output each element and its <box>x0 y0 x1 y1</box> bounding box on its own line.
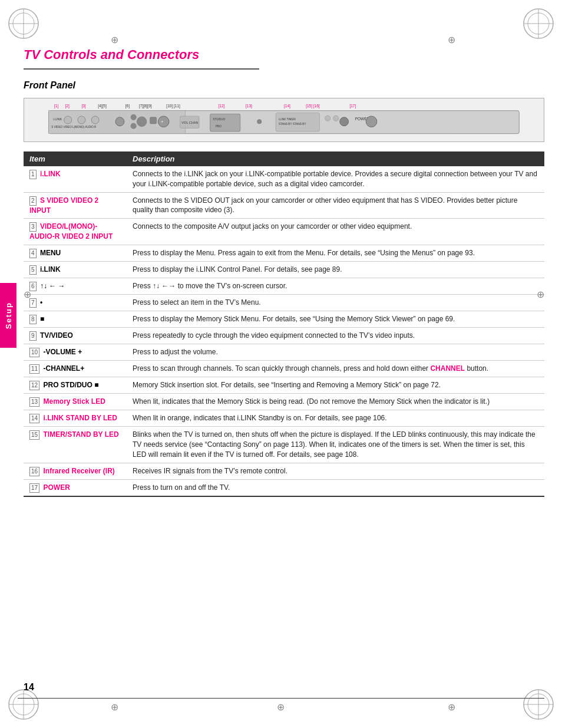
item-name: i.LINK <box>40 265 61 274</box>
table-row: 8 ■Press to display the Memory Stick Men… <box>24 311 544 328</box>
side-tab-setup: Setup <box>0 283 16 348</box>
svg-text:[13]: [13] <box>246 104 252 108</box>
table-cell-desc: When lit, indicates that the Memory Stic… <box>127 394 544 410</box>
table-row: 4 MENUPress to display the Menu. Press a… <box>24 245 544 262</box>
table-cell-desc: Receives IR signals from the TV’s remote… <box>127 463 544 479</box>
table-cell-desc: Connects to the composite A/V output jac… <box>127 219 544 245</box>
crosshair-bottom: ⊕ <box>111 701 118 713</box>
table-cell-item: 11 -CHANNEL+ <box>24 361 127 377</box>
item-name: Memory Stick LED <box>43 397 105 406</box>
svg-point-53 <box>340 117 349 126</box>
svg-text:[7][8][9]: [7][8][9] <box>139 104 152 108</box>
crosshair-top: ⊕ <box>111 34 118 45</box>
table-cell-desc: Press to select an item in the TV’s Menu… <box>127 295 544 311</box>
col-header-item: Item <box>24 151 127 166</box>
crosshair-top-right: ⊕ <box>448 34 455 45</box>
item-name: Infrared Receiver (IR) <box>43 467 114 475</box>
svg-text:+: + <box>161 119 163 124</box>
table-row: 17 POWERPress to turn on and off the TV. <box>24 479 544 496</box>
table-cell-desc: Press to turn on and off the TV. <box>127 479 544 496</box>
page-title: TV Controls and Connectors <box>24 47 544 62</box>
item-name: MENU <box>40 249 61 257</box>
table-cell-item: 17 POWER <box>24 479 127 496</box>
svg-point-36 <box>131 114 136 120</box>
table-cell-desc: Press to scan through channels. To scan … <box>127 361 544 377</box>
svg-rect-39 <box>150 117 157 124</box>
corner-decoration-br <box>521 687 556 722</box>
svg-text:[3]: [3] <box>81 104 85 108</box>
bottom-divider <box>18 698 544 699</box>
svg-point-47 <box>257 120 262 124</box>
table-row: 2 S VIDEO VIDEO 2 INPUTConnects to the S… <box>24 192 544 219</box>
table-cell-item: 12 PRO STD/DUO ■ <box>24 377 127 394</box>
item-number: 3 <box>29 222 37 232</box>
main-content: TV Controls and Connectors Front Panel [… <box>24 0 544 497</box>
item-number: 2 <box>29 196 37 206</box>
item-number: 12 <box>29 381 39 390</box>
table-row: 6 ↑↓ ← →Press ↑↓ ←→ to move the TV’s on-… <box>24 278 544 295</box>
table-cell-item: 4 MENU <box>24 245 127 262</box>
item-number: 15 <box>29 430 39 440</box>
item-number: 4 <box>29 249 37 258</box>
table-cell-desc: Press to display the Memory Stick Menu. … <box>127 311 544 328</box>
item-name: ■ <box>40 315 44 323</box>
item-number: 5 <box>29 265 37 275</box>
item-name: i.LINK STAND BY LED <box>43 414 117 422</box>
item-number: 9 <box>29 331 37 341</box>
item-name: S VIDEO VIDEO 2 INPUT <box>29 196 98 215</box>
svg-point-55 <box>366 116 377 127</box>
table-cell-item: 10 -VOLUME + <box>24 344 127 361</box>
table-cell-item: 1 i.LINK <box>24 166 127 192</box>
table-row: 1 i.LINKConnects to the i.LINK jack on y… <box>24 166 544 192</box>
item-number: 10 <box>29 348 39 357</box>
svg-text:[12]: [12] <box>219 104 225 108</box>
item-name: VIDEO/L(MONO)-AUDIO-R VIDEO 2 INPUT <box>29 222 113 241</box>
section-title: Front Panel <box>24 80 544 91</box>
svg-point-35 <box>115 117 124 126</box>
item-name: TIMER/STAND BY LED <box>43 430 118 439</box>
svg-text:[15] [16]: [15] [16] <box>306 104 320 108</box>
page-number: 14 <box>24 682 34 693</box>
table-cell-desc: Press to adjust the volume. <box>127 344 544 361</box>
svg-point-38 <box>137 117 147 127</box>
svg-point-37 <box>131 123 136 129</box>
table-cell-desc: Connects to the S VIDEO OUT jack on your… <box>127 192 544 219</box>
title-divider <box>24 68 259 70</box>
svg-text:S VIDEO   VIDEO  L(MONO)   AUD: S VIDEO VIDEO L(MONO) AUDIO R <box>51 126 97 129</box>
item-number: 11 <box>29 364 39 374</box>
table-cell-item: 7 • <box>24 295 127 311</box>
table-row: 3 VIDEO/L(MONO)-AUDIO-R VIDEO 2 INPUTCon… <box>24 219 544 245</box>
crosshair-left-mid: ⊕ <box>24 289 31 300</box>
table-cell-item: 9 TV/VIDEO <box>24 328 127 344</box>
item-number: 8 <box>29 315 37 324</box>
side-tab-label: Setup <box>4 302 13 329</box>
table-row: 13 Memory Stick LEDWhen lit, indicates t… <box>24 394 544 410</box>
table-row: 10 -VOLUME +Press to adjust the volume. <box>24 344 544 361</box>
table-row: 16 Infrared Receiver (IR)Receives IR sig… <box>24 463 544 479</box>
item-number: 14 <box>29 414 39 423</box>
svg-text:STAND BY STAND BY: STAND BY STAND BY <box>279 123 306 126</box>
svg-point-52 <box>333 116 339 121</box>
table-cell-item: 16 Infrared Receiver (IR) <box>24 463 127 479</box>
tv-panel-svg: [1] [2] [3] [4][5] [6] [7][8][9] [10] [1… <box>29 101 539 139</box>
svg-point-32 <box>78 116 85 124</box>
item-name: • <box>40 298 42 307</box>
item-name: -CHANNEL+ <box>43 364 84 373</box>
col-header-desc: Description <box>127 151 544 166</box>
table-cell-desc: Memory Stick insertion slot. For details… <box>127 377 544 394</box>
svg-text:[6]: [6] <box>125 104 130 108</box>
svg-text:[17]: [17] <box>349 104 356 108</box>
table-cell-item: 3 VIDEO/L(MONO)-AUDIO-R VIDEO 2 INPUT <box>24 219 127 245</box>
item-number: 17 <box>29 483 39 493</box>
table-cell-desc: When lit in orange, indicates that i.LIN… <box>127 410 544 427</box>
item-name: TV/VIDEO <box>40 331 73 340</box>
svg-text:i.LINK  TIMER/: i.LINK TIMER/ <box>279 118 296 121</box>
svg-text:STD/DUO: STD/DUO <box>213 118 225 121</box>
table-cell-item: 8 ■ <box>24 311 127 328</box>
table-cell-desc: Press repeatedly to cycle through the vi… <box>127 328 544 344</box>
table-header-row: Item Description <box>24 151 544 166</box>
table-cell-desc: Press to display the i.LINK Control Pane… <box>127 262 544 278</box>
table-row: 7 •Press to select an item in the TV’s M… <box>24 295 544 311</box>
table-cell-desc: Blinks when the TV is turned on, then sh… <box>127 427 544 463</box>
table-row: 5 i.LINKPress to display the i.LINK Cont… <box>24 262 544 278</box>
